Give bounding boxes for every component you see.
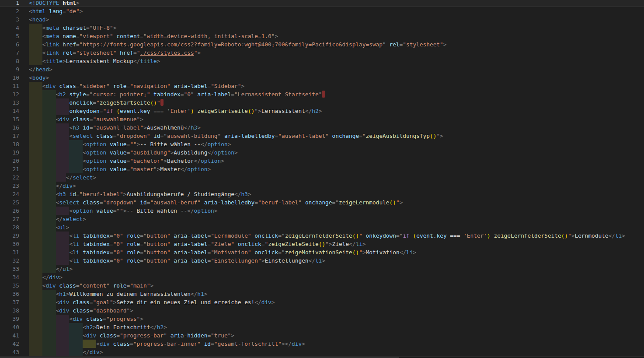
code-line[interactable]: 3<head> [0,15,644,24]
line-number[interactable]: 24 [0,190,19,198]
line-number[interactable]: 21 [0,165,19,173]
code-line[interactable]: 33</ul> [0,265,644,273]
line-number[interactable]: 13 [0,98,19,107]
code-line[interactable]: 24<h3 id="beruf-label">Ausbildungsberufe… [0,190,644,198]
code-line[interactable]: 6<link href="https://fonts.googleapis.co… [0,40,644,49]
line-number[interactable]: 19 [0,148,19,157]
line-number[interactable]: 28 [0,223,19,232]
line-number[interactable]: 9 [0,65,19,74]
line-number[interactable]: 2 [0,7,19,15]
code-line[interactable]: 12<h2 style="cursor: pointer;" tabindex=… [0,90,644,98]
code-line[interactable]: 26<option value="">-- Bitte wählen --</o… [0,207,644,215]
code-line[interactable]: 7<link rel="stylesheet" href="./css/styl… [0,49,644,57]
line-number[interactable]: 43 [0,348,19,356]
code-editor[interactable]: 1<!DOCTYPE html>2<html lang="de">3<head>… [0,0,644,356]
code-line[interactable]: 39<div class="progress"> [0,315,644,323]
code-line[interactable]: 17<select class="dropdown" id="auswahl-b… [0,132,644,140]
code-line[interactable]: 35<div class="content" role="main"> [0,281,644,290]
line-number[interactable]: 1 [0,0,19,7]
code-token: if [403,232,413,239]
code-line[interactable]: 1<!DOCTYPE html> [0,0,644,7]
indent-guide-block [42,248,56,256]
line-number[interactable]: 25 [0,198,19,207]
line-number[interactable]: 36 [0,290,19,298]
code-line[interactable]: 9</head> [0,65,644,74]
line-number[interactable]: 38 [0,306,19,315]
line-number[interactable]: 8 [0,57,19,65]
line-number[interactable]: 12 [0,90,19,98]
line-number[interactable]: 20 [0,157,19,165]
code-line[interactable]: 14onkeydown="if (event.key === 'Enter') … [0,107,644,115]
code-line[interactable]: 8<title>Lernassistent Mockup</title> [0,57,644,65]
code-line[interactable]: 19<option value="ausbildung">Ausbildung<… [0,148,644,157]
code-line[interactable]: 27</select> [0,215,644,223]
code-token: " [157,99,160,106]
code-line[interactable]: 18<option value="">-- Bitte wählen --</o… [0,140,644,148]
code-line[interactable]: 31<li tabindex="0" role="button" aria-la… [0,248,644,256]
code-line[interactable]: 30<li tabindex="0" role="button" aria-la… [0,240,644,248]
code-line[interactable]: 37<div class="goal">Setze dir ein neues … [0,298,644,306]
line-number[interactable]: 14 [0,107,19,115]
code-line[interactable]: 40<h2>Dein Fortschritt</h2> [0,323,644,331]
line-number[interactable]: 15 [0,115,19,123]
line-number[interactable]: 33 [0,265,19,273]
line-number[interactable]: 26 [0,207,19,215]
line-number[interactable]: 18 [0,140,19,148]
line-number[interactable]: 31 [0,248,19,256]
line-number[interactable]: 35 [0,281,19,290]
line-number[interactable]: 6 [0,40,19,49]
code-line[interactable]: 5<meta name="viewport" content="width=de… [0,32,644,40]
line-number[interactable]: 29 [0,232,19,240]
code-line[interactable]: 42<div class="progress-bar-inner" id="ge… [0,340,644,348]
line-number[interactable]: 37 [0,298,19,306]
line-number[interactable]: 39 [0,315,19,323]
code-line[interactable]: 16<h3 id="auswahl-label">Auswahlmenü</h3… [0,123,644,132]
line-number[interactable]: 7 [0,49,19,57]
line-number[interactable]: 10 [0,74,19,82]
code-line[interactable]: 23</div> [0,182,644,190]
code-line[interactable]: 38<div class="dashboard"> [0,306,644,315]
code-token: Ausbildungsberufe / Studiengänge [127,191,235,197]
line-number[interactable]: 32 [0,256,19,265]
code-line[interactable]: 20<option value="bachelor">Bachelor</opt… [0,157,644,165]
code-line[interactable]: 25<select class="dropdown" id="auswahl-b… [0,198,644,207]
code-line[interactable]: 34</div> [0,273,644,281]
code-line[interactable]: 22</select> [0,173,644,182]
code-token: " [282,232,285,239]
line-number[interactable]: 4 [0,24,19,32]
code-line[interactable]: 36<h1>Willkommen zu deinem Lernassistent… [0,290,644,298]
code-token: > [59,274,63,281]
code-line[interactable]: 21<option value="master">Master</option> [0,165,644,173]
code-line[interactable]: 10<body> [0,74,644,82]
code-line[interactable]: 2<html lang="de"> [0,7,644,15]
code-line[interactable]: 41<div class="progress-bar" aria-hidden=… [0,331,644,340]
line-number[interactable]: 11 [0,82,19,90]
code-line[interactable]: 4<meta charset="UTF-8"> [0,24,644,32]
code-token: class [86,316,103,322]
code-line[interactable]: 43</div> [0,348,644,356]
line-number[interactable]: 16 [0,123,19,132]
code-line[interactable]: 29<li tabindex="0" role="button" aria-la… [0,232,644,240]
code-line[interactable]: 13onclick="zeigeStartseite()" [0,98,644,107]
line-number[interactable]: 41 [0,331,19,340]
line-number[interactable]: 17 [0,132,19,140]
line-number[interactable]: 40 [0,323,19,331]
line-number[interactable]: 34 [0,273,19,281]
code-token: role [126,241,140,247]
code-line[interactable]: 15<div class="auswahlmenue"> [0,115,644,123]
line-number[interactable]: 30 [0,240,19,248]
code-line[interactable]: 11<div class="sidebar" role="navigation"… [0,82,644,90]
line-number[interactable]: 5 [0,32,19,40]
line-number[interactable]: 22 [0,173,19,182]
code-token: div [46,282,59,289]
line-number[interactable]: 27 [0,215,19,223]
code-token: "gesamt-fortschritt" [214,340,282,347]
line-number[interactable]: 23 [0,182,19,190]
code-token: div [73,316,86,322]
indent-guide-block [42,298,56,306]
code-line[interactable]: 32<li tabindex="0" role="button" aria-la… [0,256,644,265]
line-number[interactable]: 3 [0,15,19,24]
code-line[interactable]: 28<ul> [0,223,644,232]
horizontal-scrollbar[interactable] [0,356,644,358]
line-number[interactable]: 42 [0,340,19,348]
